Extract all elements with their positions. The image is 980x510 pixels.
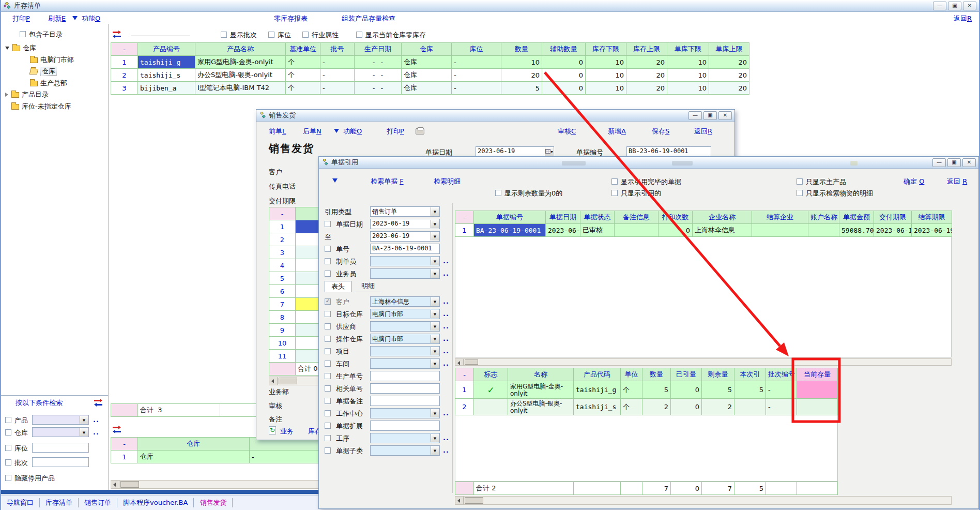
客户-field[interactable]: 上海林伞信息▼ bbox=[370, 296, 440, 307]
swap-arrows-icon[interactable] bbox=[94, 399, 103, 406]
column-header[interactable]: 数量 bbox=[501, 43, 542, 56]
lookup-ellipsis-link[interactable]: .. bbox=[443, 297, 449, 305]
客户-checkbox[interactable] bbox=[325, 298, 331, 305]
save-button[interactable]: 保存S bbox=[652, 127, 669, 136]
单据扩展-checkbox[interactable] bbox=[325, 423, 331, 429]
hide-disabled-checkbox[interactable] bbox=[5, 475, 11, 481]
sidebar-item-1[interactable]: 电脑门市部 bbox=[30, 55, 74, 66]
column-header[interactable]: 单位 bbox=[621, 368, 642, 381]
供应商-checkbox[interactable] bbox=[325, 323, 331, 329]
sidebar-item-5[interactable]: 库位-未指定仓库 bbox=[5, 102, 71, 112]
tab-header[interactable]: 表头 bbox=[325, 281, 351, 292]
column-header[interactable]: 基准单位 bbox=[286, 43, 320, 56]
单据备注-field[interactable] bbox=[370, 396, 440, 406]
sidebar-item-0[interactable]: 仓库 bbox=[5, 43, 36, 54]
only-referenced-checkbox[interactable] bbox=[611, 190, 618, 196]
table-row[interactable]: 2taishiji_s办公S型电脑-银奥-onlyit个-- -仓库-20010… bbox=[111, 69, 749, 82]
lookup-ellipsis-link[interactable]: .. bbox=[443, 322, 449, 330]
scroll-left-icon[interactable] bbox=[455, 497, 464, 504]
lookup-ellipsis-link[interactable]: .. bbox=[443, 257, 449, 265]
ok-button[interactable]: 确定 O bbox=[904, 177, 924, 186]
column-header[interactable]: 单据状态 bbox=[580, 211, 615, 224]
column-header[interactable]: - bbox=[111, 438, 138, 451]
生产单号-field[interactable] bbox=[370, 371, 440, 381]
column-header[interactable]: 产品编号 bbox=[138, 43, 195, 56]
show-zero-current-checkbox[interactable] bbox=[356, 32, 362, 38]
table-row[interactable]: 3bijiben_aI型笔记本电脑-IBM T42个-- -仓库-5010201… bbox=[111, 82, 749, 95]
column-header[interactable]: 账户名称 bbox=[808, 211, 839, 224]
current-stock-column-header[interactable]: 当前存量 bbox=[797, 368, 838, 381]
项目-field[interactable]: ▼ bbox=[370, 346, 440, 356]
table-row[interactable]: 1taishiji_g家用G型电脑-金奥-onlyit个-- -仓库-10010… bbox=[111, 56, 749, 69]
lookup-ellipsis-link[interactable]: .. bbox=[443, 335, 449, 342]
column-header[interactable]: 已引量 bbox=[671, 368, 702, 381]
chevron-down-icon[interactable]: ▼ bbox=[431, 297, 439, 306]
工作中心-checkbox[interactable] bbox=[325, 410, 331, 416]
audit-button[interactable]: 审核C bbox=[558, 127, 576, 136]
chevron-down-icon[interactable]: ▼ bbox=[431, 310, 439, 318]
column-header[interactable]: 单库下限 bbox=[667, 43, 709, 56]
column-header[interactable]: 打印次数 bbox=[659, 211, 693, 224]
only-searched-detail-checkbox[interactable] bbox=[797, 190, 803, 196]
column-header[interactable]: 单据编号 bbox=[474, 211, 546, 224]
相关单号-checkbox[interactable] bbox=[325, 385, 331, 392]
swap-arrows-icon[interactable] bbox=[113, 31, 121, 37]
column-header[interactable]: 标志 bbox=[474, 368, 508, 381]
minimize-icon[interactable]: — bbox=[688, 111, 702, 120]
column-header[interactable]: 库位 bbox=[452, 43, 501, 56]
ref-complete-checkbox[interactable] bbox=[611, 178, 618, 185]
maximize-icon[interactable]: ▣ bbox=[947, 158, 961, 167]
back-button[interactable]: 返回 R bbox=[947, 177, 967, 186]
close-icon[interactable]: ✕ bbox=[963, 2, 976, 10]
sidebar-item-4[interactable]: 产品目录 bbox=[5, 90, 49, 100]
操作仓库-field[interactable]: 电脑门市部▼ bbox=[370, 334, 440, 344]
column-header[interactable]: 单据日期 bbox=[546, 211, 580, 224]
column-header[interactable]: 企业名称 bbox=[693, 211, 752, 224]
scroll-left-icon[interactable] bbox=[455, 359, 464, 365]
column-header[interactable]: 剩余量 bbox=[702, 368, 734, 381]
doc-table-scrollbar[interactable] bbox=[455, 358, 952, 366]
chevron-down-icon[interactable]: ▼ bbox=[431, 359, 439, 368]
至-field[interactable]: 2023-06-19▼ bbox=[370, 231, 440, 242]
functions-button[interactable]: 功能O bbox=[82, 14, 100, 23]
include-subdir-checkbox[interactable] bbox=[20, 31, 26, 37]
column-header[interactable]: - bbox=[269, 207, 296, 220]
scroll-thumb[interactable] bbox=[465, 359, 478, 365]
项目-checkbox[interactable] bbox=[325, 348, 331, 354]
lookup-ellipsis-link[interactable]: .. bbox=[443, 434, 449, 442]
search-combo[interactable]: ▼ bbox=[32, 427, 89, 437]
column-header[interactable]: 仓库 bbox=[138, 438, 250, 451]
search-detail-button[interactable]: 检索明细 bbox=[434, 177, 461, 186]
chevron-down-icon[interactable]: ▼ bbox=[431, 322, 439, 331]
chevron-down-icon[interactable]: ▼ bbox=[431, 434, 439, 442]
chevron-down-icon[interactable]: ▼ bbox=[431, 347, 439, 355]
tab-detail[interactable]: 明细 bbox=[355, 281, 381, 292]
search-input[interactable] bbox=[32, 457, 89, 467]
table-row[interactable]: 1BA-23-06-19-00012023-06-19已审核0上海林伞信息590… bbox=[455, 224, 952, 237]
down-arrow-icon[interactable] bbox=[332, 178, 338, 185]
sidebar-item-3[interactable]: 生产总部 bbox=[30, 79, 67, 89]
search-input[interactable] bbox=[32, 443, 89, 453]
chevron-down-icon[interactable]: ▼ bbox=[431, 409, 439, 417]
column-header[interactable]: - bbox=[455, 211, 474, 224]
lookup-ellipsis-link[interactable]: .. bbox=[443, 409, 449, 417]
工序-checkbox[interactable] bbox=[325, 435, 331, 441]
chevron-down-icon[interactable]: ▼ bbox=[431, 257, 439, 265]
scroll-left-icon[interactable] bbox=[111, 481, 119, 488]
lookup-ellipsis-link[interactable]: .. bbox=[443, 310, 449, 318]
refresh-doc-icon[interactable]: ↻ bbox=[269, 426, 276, 434]
add-button[interactable]: 新增A bbox=[608, 127, 626, 136]
back-button[interactable]: 返回R bbox=[954, 14, 972, 23]
column-header[interactable]: 产品名称 bbox=[195, 43, 286, 56]
column-header[interactable]: 产品代码 bbox=[574, 368, 621, 381]
单号-checkbox[interactable] bbox=[325, 246, 331, 252]
批次-checkbox[interactable] bbox=[5, 459, 11, 466]
only-main-product-checkbox[interactable] bbox=[797, 178, 803, 185]
functions-button[interactable]: 功能O bbox=[343, 127, 362, 136]
maximize-icon[interactable]: ▣ bbox=[703, 111, 717, 120]
业务员-field[interactable]: ▼ bbox=[370, 268, 440, 279]
chevron-down-icon[interactable]: ▼ bbox=[431, 269, 439, 278]
calendar-dropdown-icon[interactable]: ▼ bbox=[545, 147, 553, 156]
doc-date-field[interactable]: 2023-06-19 ▼ bbox=[476, 146, 554, 157]
column-header[interactable]: 批次编号 bbox=[766, 368, 797, 381]
